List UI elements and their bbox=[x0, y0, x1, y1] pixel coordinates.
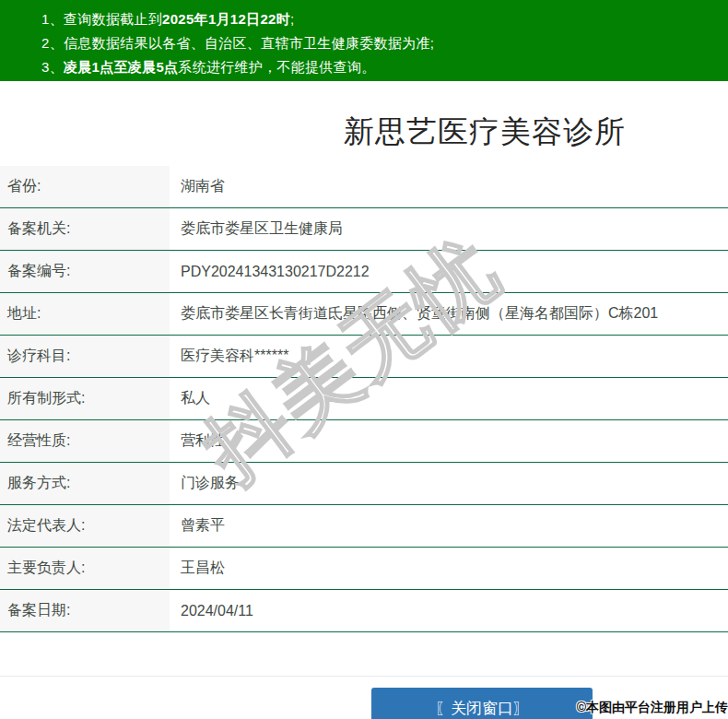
row-value: 娄底市娄星区卫生健康局 bbox=[170, 208, 728, 250]
notice-line-3: 3、凌晨1点至凌晨5点系统进行维护，不能提供查询。 bbox=[41, 55, 728, 79]
row-label: 经营性质: bbox=[0, 420, 170, 462]
row-label: 主要负责人: bbox=[0, 548, 170, 589]
record-table: 省份: 湖南省 备案机关: 娄底市娄星区卫生健康局 备案编号: PDY20241… bbox=[0, 166, 728, 632]
photo-credit-watermark: ©本图由平台注册用户上传 bbox=[577, 700, 728, 716]
table-row-business-nature: 经营性质: 营利性 bbox=[0, 420, 728, 463]
clinic-title: 新思艺医疗美容诊所 bbox=[0, 112, 728, 153]
row-value: 2024/04/11 bbox=[170, 590, 728, 631]
row-label: 地址: bbox=[0, 293, 170, 335]
notice-2-number: 2、 bbox=[41, 35, 64, 51]
table-row-filing-date: 备案日期: 2024/04/11 bbox=[0, 590, 728, 632]
table-row-province: 省份: 湖南省 bbox=[0, 166, 728, 208]
table-row-main-person-in-charge: 主要负责人: 王昌松 bbox=[0, 548, 728, 590]
table-row-ownership-form: 所有制形式: 私人 bbox=[0, 378, 728, 420]
row-label: 诊疗科目: bbox=[0, 336, 170, 377]
row-label: 省份: bbox=[0, 166, 170, 207]
row-label: 备案机关: bbox=[0, 208, 170, 250]
notice-line-1: 1、查询数据截止到2025年1月12日22时; bbox=[41, 7, 728, 31]
row-value: 私人 bbox=[170, 378, 728, 419]
table-row-medical-subjects: 诊疗科目: 医疗美容科****** bbox=[0, 336, 728, 378]
notice-banner: 1、查询数据截止到2025年1月12日22时; 2、信息数据结果以各省、自治区、… bbox=[0, 0, 728, 81]
notice-3-suffix: 系统进行维护，不能提供查询。 bbox=[178, 59, 375, 75]
notice-2-text: 信息数据结果以各省、自治区、直辖市卫生健康委数据为准; bbox=[64, 35, 434, 51]
close-window-button[interactable]: 〖关闭窗口〗 bbox=[371, 688, 593, 719]
record-page: { "notice": { "items": [ { "num": "1、", … bbox=[0, 0, 728, 719]
table-row-address: 地址: 娄底市娄星区长青街道氐星路西侧、贤童街南侧（星海名都国际）C栋201 bbox=[0, 293, 728, 336]
row-value: 湖南省 bbox=[170, 166, 728, 207]
notice-1-number: 1、 bbox=[41, 11, 64, 27]
row-value: 娄底市娄星区长青街道氐星路西侧、贤童街南侧（星海名都国际）C栋201 bbox=[170, 293, 728, 335]
notice-1-text: 查询数据截止到 bbox=[64, 11, 162, 27]
row-value: 医疗美容科****** bbox=[170, 336, 728, 377]
table-row-filing-authority: 备案机关: 娄底市娄星区卫生健康局 bbox=[0, 208, 728, 251]
row-value: 曾素平 bbox=[170, 505, 728, 547]
notice-1-bold-text: 2025年1月12日22时 bbox=[162, 11, 290, 27]
row-label: 备案日期: bbox=[0, 590, 170, 631]
row-label: 备案编号: bbox=[0, 251, 170, 292]
row-value: 王昌松 bbox=[170, 548, 728, 589]
row-label: 法定代表人: bbox=[0, 505, 170, 547]
row-value: PDY20241343130217D2212 bbox=[170, 251, 728, 292]
table-row-filing-number: 备案编号: PDY20241343130217D2212 bbox=[0, 251, 728, 293]
notice-line-2: 2、信息数据结果以各省、自治区、直辖市卫生健康委数据为准; bbox=[41, 31, 728, 55]
table-row-legal-representative: 法定代表人: 曾素平 bbox=[0, 505, 728, 548]
notice-3-number: 3、 bbox=[41, 59, 64, 75]
notice-3-bold-text: 凌晨1点至凌晨5点 bbox=[64, 59, 178, 75]
table-row-service-mode: 服务方式: 门诊服务 bbox=[0, 463, 728, 505]
notice-1-suffix: ; bbox=[290, 11, 294, 27]
row-label: 所有制形式: bbox=[0, 378, 170, 419]
row-value: 营利性 bbox=[170, 420, 728, 462]
row-label: 服务方式: bbox=[0, 463, 170, 504]
row-value: 门诊服务 bbox=[170, 463, 728, 504]
footer-divider bbox=[0, 676, 728, 677]
